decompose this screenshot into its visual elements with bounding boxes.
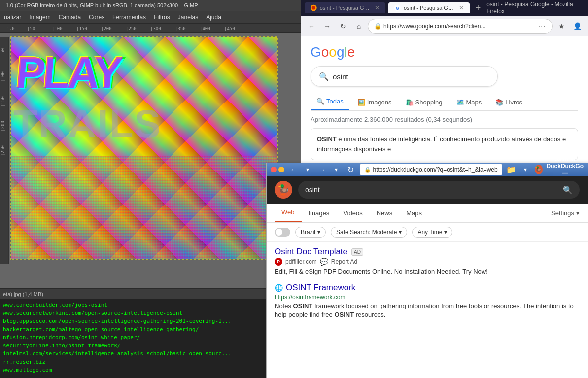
google-tab-maps[interactable]: 🗺️ Maps — [450, 94, 488, 110]
ddg-tab-maps[interactable]: Maps — [399, 205, 429, 222]
svg-text:|250: |250 — [0, 145, 5, 156]
gimp-statusbar: www.careerbuilder.com/jobs-osint www.sec… — [0, 299, 301, 378]
konqueror-titlebar: ← ▾ → ▾ ↻ 🔒 https://duckduckgo.com/?q=os… — [267, 163, 588, 176]
svg-text:|150: |150 — [76, 26, 87, 31]
url-more-button[interactable]: ··· — [538, 22, 546, 31]
menu-janelas[interactable]: Janelas — [174, 13, 202, 22]
gimp-menubar[interactable]: ualizar Imagem Camada Cores Ferramentas … — [0, 11, 301, 24]
ddg-header: 🦆 osint 🔍 — [267, 176, 588, 204]
gimp-window: -1.0 (Cor RGB inteiro de 8 bits, GIMP bu… — [0, 0, 301, 378]
konq-fwd-drop3[interactable]: ▾ — [520, 163, 531, 176]
tab-active-label: osint - Pesquisa Google — [404, 5, 456, 11]
url-bar[interactable]: 🔒 https://www.google.com/search?clien...… — [368, 19, 553, 34]
ddg-ad-source: P pdffiller.com 💬 Report Ad — [275, 258, 580, 266]
ddg-safe-search-toggle[interactable] — [275, 228, 290, 237]
google-tab-livros[interactable]: 📚 Livros — [489, 94, 528, 110]
menu-camada[interactable]: Camada — [55, 13, 85, 22]
menu-filtros[interactable]: Filtros — [150, 13, 174, 22]
svg-text:|400: |400 — [200, 26, 210, 31]
google-search-bar[interactable]: 🔍 osint — [311, 66, 498, 87]
back-button[interactable]: ← — [305, 19, 318, 33]
google-search-query: osint — [333, 72, 489, 81]
ddg-tab-images-label: Images — [309, 209, 330, 217]
canvas-trails-text: TRAILS — [13, 102, 162, 147]
pdffiller-favicon: P — [275, 258, 282, 266]
ddg-report-ad-label[interactable]: Report Ad — [331, 258, 357, 265]
ddg-organic-title-link[interactable]: OSINT Framework — [286, 283, 355, 293]
ddg-search-icon[interactable]: 🔍 — [563, 185, 573, 195]
ddg-time-filter[interactable]: Any Time ▾ — [412, 227, 452, 238]
gimp-canvas-area: |50 |100 |150 |200 |250 PLAY TRAILS — [0, 33, 301, 288]
ddg-time-label: Any Time — [417, 229, 442, 236]
ddg-tab-news[interactable]: News — [370, 205, 400, 222]
bookmarks-button[interactable]: ★ — [554, 19, 568, 33]
google-tab-shopping[interactable]: 🛍️ Shopping — [400, 94, 449, 110]
ddg-safe-search-filter[interactable]: Safe Search: Moderate ▾ — [331, 227, 407, 238]
menu-imagem[interactable]: Imagem — [25, 13, 54, 22]
ddg-desc-keyword1: OSINT — [293, 302, 313, 309]
tab-close-icon[interactable]: ✕ — [375, 4, 380, 11]
menu-ferramentas[interactable]: Ferramentas — [108, 13, 150, 22]
konq-back-button[interactable]: ← — [288, 163, 299, 176]
ddg-organic-description: Notes OSINT framework focused on gatheri… — [275, 302, 580, 319]
home-button[interactable]: ⌂ — [352, 19, 366, 33]
logo-o1: o — [321, 44, 329, 60]
firefox-tab-inactive[interactable]: osint - Pesquisa Google ✕ — [305, 2, 385, 13]
svg-text:|100: |100 — [0, 71, 5, 82]
konq-reload-button[interactable]: ↻ — [346, 163, 356, 176]
user-button[interactable]: 👤 — [570, 19, 584, 33]
tab-todas-label: Todas — [326, 98, 344, 105]
ddg-tab-videos[interactable]: Videos — [336, 205, 370, 222]
menu-ualizar[interactable]: ualizar — [0, 13, 25, 22]
ddg-tab-maps-label: Maps — [406, 209, 422, 217]
firefox-tab-active[interactable]: G osint - Pesquisa Google ✕ — [388, 2, 469, 13]
gimp-canvas: PLAY TRAILS — [11, 37, 277, 259]
ddg-organic-url: https://osintframework.com — [275, 294, 580, 301]
status-line-0: www.careerbuilder.com/jobs-osint — [3, 301, 298, 309]
ddg-ad-title-link[interactable]: Osint Doc Template — [275, 247, 347, 257]
menu-cores[interactable]: Cores — [85, 13, 108, 22]
ddg-result-ad: Osint Doc Template AD P pdffiller.com 💬 … — [275, 247, 580, 276]
google-tabs: 🔍 Todas 🖼️ Imagens 🛍️ Shopping 🗺️ Maps 📚… — [311, 94, 578, 111]
ddg-settings[interactable]: Settings ▾ — [551, 209, 580, 217]
close-button[interactable] — [271, 167, 277, 172]
status-line-2: blog.appsecco.com/open-source-intelligen… — [3, 317, 298, 326]
google-tab-imagens[interactable]: 🖼️ Imagens — [351, 94, 398, 110]
status-line-4: nfusion.ntrepidcorp.com/osint-white-pape… — [3, 334, 298, 342]
konq-url-text: https://duckduckgo.com/?q=osint&t=h_&ia=… — [373, 166, 498, 173]
firefox-titlebar: osint - Pesquisa Google ✕ G osint - Pesq… — [301, 0, 588, 16]
ddg-ad-domain: pdffiller.com — [285, 258, 317, 265]
menu-ajuda[interactable]: Ajuda — [202, 13, 225, 22]
konqueror-url-bar[interactable]: 🔒 https://duckduckgo.com/?q=osint&t=h_&i… — [360, 164, 502, 175]
ddg-tab-web[interactable]: Web — [275, 204, 302, 222]
logo-e: e — [347, 44, 355, 60]
url-text: https://www.google.com/search?clien... — [383, 23, 536, 30]
konq-forward-button[interactable]: → — [317, 163, 327, 176]
minimize-button[interactable] — [278, 167, 284, 172]
google-tab-todas[interactable]: 🔍 Todas — [311, 94, 349, 110]
svg-text:|300: |300 — [150, 26, 161, 31]
forward-button[interactable]: → — [320, 19, 334, 33]
status-line-6: intelmsl.com/services/intelligence-analy… — [3, 350, 298, 358]
ddg-desc-middle: framework focused on gathering informati… — [275, 302, 574, 318]
reload-button[interactable]: ↻ — [336, 19, 350, 33]
konqueror-window: ← ▾ → ▾ ↻ 🔒 https://duckduckgo.com/?q=os… — [266, 163, 588, 378]
new-tab-button[interactable]: + — [473, 2, 484, 14]
konq-fwd-drop2[interactable]: ▾ — [331, 163, 342, 176]
konq-folder-button[interactable]: 📁 — [506, 163, 517, 176]
gimp-bottom-bar: eta).jpg (1,4 MB) — [0, 288, 301, 299]
ddg-ad-title-row: Osint Doc Template AD — [275, 247, 580, 257]
tab-active-close-icon[interactable]: ✕ — [459, 4, 464, 11]
tab-todas-icon: 🔍 — [316, 98, 324, 105]
ddg-region-filter[interactable]: Brazil ▾ — [295, 227, 326, 238]
window-controls — [271, 167, 284, 172]
konq-forward-btn-drop[interactable]: ▾ — [303, 163, 313, 176]
ddg-filters: Brazil ▾ Safe Search: Moderate ▾ Any Tim… — [267, 223, 588, 242]
safe-search-chevron-icon: ▾ — [399, 229, 402, 236]
gimp-titlebar: -1.0 (Cor RGB inteiro de 8 bits, GIMP bu… — [0, 0, 301, 11]
google-favicon-icon: G — [394, 4, 401, 11]
status-line-5: securityonline.info/osint-framework/ — [3, 342, 298, 350]
ddg-search-query: osint — [305, 186, 559, 194]
ddg-search-bar[interactable]: osint 🔍 — [298, 181, 580, 199]
ddg-tab-images[interactable]: Images — [302, 205, 337, 222]
